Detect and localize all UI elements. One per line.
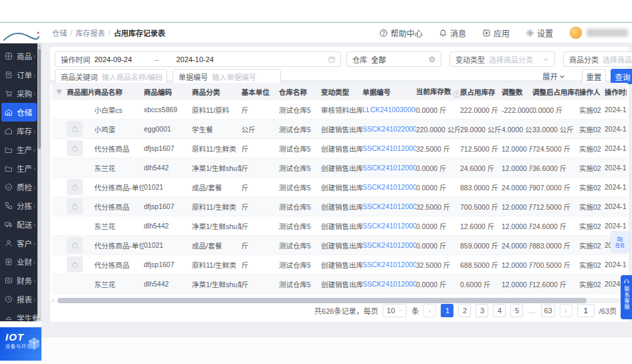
header-action-help[interactable]: 帮助中心 (379, 27, 423, 39)
chevron-right-icon: › (33, 128, 35, 135)
scrollbar-thumb[interactable] (38, 49, 41, 149)
date-range-filter[interactable]: 操作时间 2024-09-24 – 2024-10-24 (55, 51, 341, 67)
page-size-select[interactable]: 10 (383, 304, 407, 317)
contact-service-button[interactable]: 联系客服 (621, 275, 632, 319)
sidebar-item-delivery[interactable]: 配送 › (0, 215, 41, 234)
doc-number-link[interactable]: SSCK24101200002 (362, 260, 416, 268)
prev-page-button[interactable]: ‹ (423, 304, 436, 317)
username-censored (587, 29, 628, 37)
doc-number-link[interactable]: SSCK24101200001 (362, 280, 416, 288)
doc-number-link[interactable]: SSCK24102200001 (362, 125, 416, 133)
inventory-icon (5, 127, 13, 136)
table-row[interactable]: 小白菜cs xbccs5869 原料11/原料 斤 测试仓库5 审核领料出库 L… (52, 100, 627, 120)
table-horizontal-scrollbar[interactable]: ‹ (52, 298, 627, 303)
sidebar-item-goods[interactable]: 商品 › (0, 47, 41, 65)
goods-code: 01021 (144, 183, 192, 191)
sidebar-item-warehouse[interactable]: 仓储 › (1, 103, 37, 122)
table-row[interactable]: 小鸡蛋 egg0001 学生餐 公斤 测试仓库5 创建销售出库 SSCK2410… (52, 120, 627, 139)
operator: 实施02 (579, 182, 605, 192)
doc-number-input[interactable]: 单据编号 输入单据编号 (173, 69, 281, 84)
table-row[interactable]: 东兰花 dlh5442 净菜1/生鲜shu菜类... 斤 测试仓库5 创建销售出… (52, 158, 627, 178)
original-occupied-stock: 859.0000 斤 (460, 240, 502, 250)
doc-number-link[interactable]: SSCK24101200002 (362, 222, 416, 230)
scrollbar-track[interactable] (58, 298, 627, 303)
pagination: 共626条记录，每页 10 条‹12345…63›/63页 (314, 304, 617, 317)
scroll-left-icon[interactable]: ‹ (52, 298, 58, 303)
header-action-apps[interactable]: 应用 (482, 27, 510, 39)
doc-number-link[interactable]: SSCK24101200004 (362, 144, 416, 152)
page-button-3[interactable]: 3 (476, 304, 488, 317)
sidebar-item-quality[interactable]: 质检 › (0, 178, 41, 196)
breadcrumb: 仓储/库存报表/占用库存记录表 (52, 23, 165, 43)
breadcrumb-item[interactable]: 库存报表 (76, 27, 105, 38)
goods-category-filter[interactable]: 商品分类 选择商品分类 (563, 51, 632, 67)
sidebar-item-customers[interactable]: 客户 › (0, 234, 41, 252)
sidebar-item-reports[interactable]: 报表 › (0, 290, 41, 309)
doc-number-link[interactable]: LLCK24100300001 (362, 106, 416, 114)
page-jump-input[interactable] (577, 304, 595, 317)
user-menu[interactable] (569, 26, 628, 39)
header-action-settings[interactable]: 设置 (526, 27, 553, 39)
page-button-63[interactable]: 63 (541, 304, 554, 317)
table-row[interactable]: 东兰花 dlh5442 净菜1/生鲜shu菜类... 斤 测试仓库5 创建销售出… (52, 275, 627, 294)
sidebar-item-student-meal[interactable]: 学生餐 › (0, 309, 41, 327)
warehouse-filter[interactable]: 仓库 全部 (346, 51, 441, 67)
sidebar-item-production-2[interactable]: 生产 › (0, 159, 41, 178)
table-row[interactable]: 代分拣商品 dfjsp1607 原料11/生鲜类 斤 测试仓库5 创建销售出库 … (52, 139, 627, 158)
change-type-filter[interactable]: 变动类型 选择商品分类 (449, 51, 555, 67)
adjusted-occupied-stock: 33.0000 公斤 (532, 124, 579, 134)
sidebar-item-business-finance[interactable]: 业财 › (0, 252, 41, 271)
adjustment-qty: 4.0000 公斤 (502, 124, 532, 134)
column-header: 原占用库存 (460, 87, 502, 97)
table-row[interactable]: 代分拣商品-单位换算 01021 成品/套餐 斤 测试仓库5 创建销售出库 SS… (52, 178, 627, 197)
operator: 实施02 (579, 202, 605, 212)
sidebar-item-label: 商品 (17, 51, 32, 61)
goods-name: 东兰花 (94, 221, 144, 231)
goods-name: 东兰花 (94, 279, 144, 289)
page-button-5[interactable]: 5 (510, 304, 523, 317)
clear-icon[interactable] (428, 55, 441, 63)
sorting-icon (5, 202, 13, 210)
warehouse-value: 全部 (371, 54, 386, 65)
goods-code: dfjsp1607 (144, 202, 192, 210)
goods-keyword-input[interactable]: 商品关键词 输入商品名称/编码 (55, 69, 167, 84)
sidebar-item-sorting[interactable]: 分拣 › (0, 196, 41, 215)
doc-number-link[interactable]: SSCK24101200002 (362, 241, 416, 249)
table-row[interactable]: 代分拣商品 dfjsp1607 原料11/生鲜类 斤 测试仓库5 创建销售出库 … (52, 255, 627, 275)
sidebar-item-purchase[interactable]: 采购 › (0, 84, 41, 103)
table-row[interactable]: 代分拣商品 dfjsp1607 原料11/生鲜类 斤 测试仓库5 创建销售出库 … (52, 197, 627, 216)
bizfin-icon (5, 258, 13, 266)
column-settings-icon[interactable] (52, 88, 65, 96)
goods-name: 代分拣商品 (94, 144, 144, 154)
doc-number-link[interactable]: SSCK24101200003 (362, 202, 416, 210)
page-button-2[interactable]: 2 (458, 304, 471, 317)
page-button-1[interactable]: 1 (441, 304, 453, 317)
occupied-stock-table: 商品图片商品名称商品编码商品分类基本单位仓库名称变动类型单据编号当前库存数?原占… (50, 83, 629, 322)
scrollbar-thumb[interactable] (58, 298, 587, 303)
sidebar-item-production-1[interactable]: 生产 › (0, 140, 41, 159)
sidebar-item-orders[interactable]: 订单 › (0, 65, 41, 84)
floating-task-widget[interactable]: 任务 (611, 231, 629, 252)
header-action-messages[interactable]: 消息 (439, 27, 466, 39)
table-row[interactable]: 代分拣商品-单位换算 01021 成品/套餐 斤 测试仓库5 创建销售出库 SS… (52, 236, 627, 255)
current-stock: 0.0000 斤 (416, 240, 460, 250)
operator: 实施02 (579, 105, 605, 115)
avatar[interactable] (569, 26, 583, 39)
page-button-4[interactable]: 4 (493, 304, 506, 317)
doc-number-link[interactable]: SSCK24101200003 (362, 164, 416, 172)
next-page-button[interactable]: › (560, 304, 572, 317)
chevron-right-icon: › (33, 53, 35, 60)
goods-name: 代分拣商品 (94, 260, 144, 270)
doc-number-placeholder: 输入单据编号 (212, 71, 256, 82)
search-button[interactable]: 查询 (611, 69, 632, 84)
reset-button[interactable]: 重置 (582, 69, 606, 84)
sidebar-item-inventory[interactable]: 库存 › (0, 122, 41, 140)
breadcrumb-item[interactable]: 仓储 (52, 27, 67, 38)
table-row[interactable]: 东兰花 dlh5442 净菜1/生鲜shu菜类... 斤 测试仓库5 创建销售出… (52, 216, 627, 236)
expand-filters-link[interactable]: 展开 (542, 71, 565, 81)
doc-number-link[interactable]: SSCK24101200003 (362, 183, 416, 191)
chevron-right-icon: › (33, 296, 35, 303)
product-image (67, 237, 83, 253)
sidebar-item-finance[interactable]: 财务 › (0, 271, 41, 290)
adjusted-occupied-stock: 36.6000 斤 (532, 163, 579, 173)
